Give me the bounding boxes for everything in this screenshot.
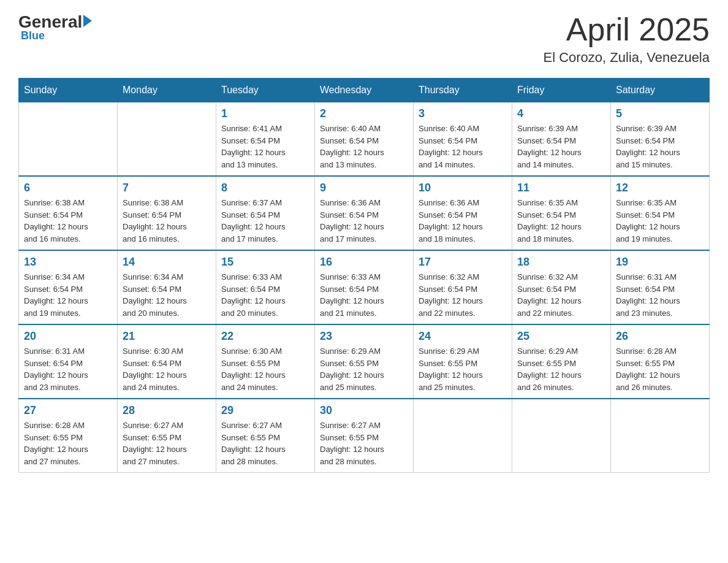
day-info: Sunrise: 6:36 AM Sunset: 6:54 PM Dayligh… — [419, 197, 507, 245]
day-info: Sunrise: 6:41 AM Sunset: 6:54 PM Dayligh… — [221, 123, 309, 170]
day-number: 22 — [221, 330, 309, 343]
day-info: Sunrise: 6:38 AM Sunset: 6:54 PM Dayligh… — [123, 197, 211, 245]
calendar-day-cell: 7Sunrise: 6:38 AM Sunset: 6:54 PM Daylig… — [118, 176, 216, 250]
day-info: Sunrise: 6:32 AM Sunset: 6:54 PM Dayligh… — [517, 271, 605, 319]
calendar-header-friday: Friday — [512, 79, 611, 102]
day-info: Sunrise: 6:30 AM Sunset: 6:54 PM Dayligh… — [123, 345, 211, 393]
day-info: Sunrise: 6:27 AM Sunset: 6:55 PM Dayligh… — [320, 419, 408, 467]
calendar-header-sunday: Sunday — [19, 79, 118, 102]
calendar-day-cell: 14Sunrise: 6:34 AM Sunset: 6:54 PM Dayli… — [118, 250, 216, 324]
day-info: Sunrise: 6:31 AM Sunset: 6:54 PM Dayligh… — [24, 345, 112, 393]
day-number: 29 — [221, 404, 309, 417]
day-number: 10 — [419, 182, 507, 194]
calendar-day-cell: 30Sunrise: 6:27 AM Sunset: 6:55 PM Dayli… — [315, 399, 414, 473]
calendar-day-cell — [611, 399, 710, 473]
day-number: 14 — [123, 256, 211, 269]
calendar-header-thursday: Thursday — [414, 79, 512, 102]
day-number: 16 — [320, 256, 408, 269]
calendar-week-row: 1Sunrise: 6:41 AM Sunset: 6:54 PM Daylig… — [19, 102, 710, 177]
calendar-day-cell: 22Sunrise: 6:30 AM Sunset: 6:55 PM Dayli… — [216, 324, 315, 399]
calendar-header-saturday: Saturday — [611, 79, 710, 102]
title-section: April 2025 El Corozo, Zulia, Venezuela — [544, 12, 710, 66]
day-info: Sunrise: 6:40 AM Sunset: 6:54 PM Dayligh… — [320, 123, 408, 170]
day-info: Sunrise: 6:32 AM Sunset: 6:54 PM Dayligh… — [419, 271, 507, 319]
calendar-day-cell: 24Sunrise: 6:29 AM Sunset: 6:55 PM Dayli… — [414, 324, 512, 399]
day-number: 25 — [517, 330, 605, 343]
day-info: Sunrise: 6:29 AM Sunset: 6:55 PM Dayligh… — [320, 345, 408, 393]
calendar-day-cell: 3Sunrise: 6:40 AM Sunset: 6:54 PM Daylig… — [414, 102, 512, 177]
day-info: Sunrise: 6:29 AM Sunset: 6:55 PM Dayligh… — [419, 345, 507, 393]
day-number: 11 — [517, 182, 605, 194]
day-number: 6 — [24, 182, 112, 194]
day-number: 8 — [221, 182, 309, 194]
day-number: 2 — [320, 107, 408, 120]
calendar-day-cell: 19Sunrise: 6:31 AM Sunset: 6:54 PM Dayli… — [611, 250, 710, 324]
calendar-day-cell: 1Sunrise: 6:41 AM Sunset: 6:54 PM Daylig… — [216, 102, 315, 177]
calendar-header-monday: Monday — [118, 79, 216, 102]
calendar-day-cell: 29Sunrise: 6:27 AM Sunset: 6:55 PM Dayli… — [216, 399, 315, 473]
day-info: Sunrise: 6:33 AM Sunset: 6:54 PM Dayligh… — [221, 271, 309, 319]
calendar-day-cell — [118, 102, 216, 177]
day-info: Sunrise: 6:33 AM Sunset: 6:54 PM Dayligh… — [320, 271, 408, 319]
calendar-day-cell: 21Sunrise: 6:30 AM Sunset: 6:54 PM Dayli… — [118, 324, 216, 399]
day-number: 1 — [221, 107, 309, 120]
day-info: Sunrise: 6:31 AM Sunset: 6:54 PM Dayligh… — [616, 271, 704, 319]
day-number: 28 — [123, 404, 211, 417]
day-number: 5 — [616, 107, 704, 120]
calendar-day-cell: 16Sunrise: 6:33 AM Sunset: 6:54 PM Dayli… — [315, 250, 414, 324]
day-info: Sunrise: 6:38 AM Sunset: 6:54 PM Dayligh… — [24, 197, 112, 245]
day-info: Sunrise: 6:28 AM Sunset: 6:55 PM Dayligh… — [24, 419, 112, 467]
calendar-day-cell — [19, 102, 118, 177]
day-number: 13 — [24, 256, 112, 269]
calendar-day-cell: 26Sunrise: 6:28 AM Sunset: 6:55 PM Dayli… — [611, 324, 710, 399]
day-number: 26 — [616, 330, 704, 343]
day-info: Sunrise: 6:35 AM Sunset: 6:54 PM Dayligh… — [517, 197, 605, 245]
location-text: El Corozo, Zulia, Venezuela — [544, 50, 710, 66]
calendar-day-cell: 23Sunrise: 6:29 AM Sunset: 6:55 PM Dayli… — [315, 324, 414, 399]
calendar-day-cell: 6Sunrise: 6:38 AM Sunset: 6:54 PM Daylig… — [19, 176, 118, 250]
calendar-day-cell: 17Sunrise: 6:32 AM Sunset: 6:54 PM Dayli… — [414, 250, 512, 324]
day-number: 24 — [419, 330, 507, 343]
page-header: General Blue April 2025 El Corozo, Zulia… — [18, 12, 710, 66]
day-number: 30 — [320, 404, 408, 417]
day-info: Sunrise: 6:39 AM Sunset: 6:54 PM Dayligh… — [616, 123, 704, 170]
day-info: Sunrise: 6:34 AM Sunset: 6:54 PM Dayligh… — [123, 271, 211, 319]
calendar-day-cell: 9Sunrise: 6:36 AM Sunset: 6:54 PM Daylig… — [315, 176, 414, 250]
calendar-day-cell: 8Sunrise: 6:37 AM Sunset: 6:54 PM Daylig… — [216, 176, 315, 250]
calendar-day-cell: 12Sunrise: 6:35 AM Sunset: 6:54 PM Dayli… — [611, 176, 710, 250]
day-number: 17 — [419, 256, 507, 269]
day-info: Sunrise: 6:30 AM Sunset: 6:55 PM Dayligh… — [221, 345, 309, 393]
calendar-week-row: 27Sunrise: 6:28 AM Sunset: 6:55 PM Dayli… — [19, 399, 710, 473]
calendar-day-cell — [414, 399, 512, 473]
calendar-day-cell: 13Sunrise: 6:34 AM Sunset: 6:54 PM Dayli… — [19, 250, 118, 324]
calendar-day-cell: 27Sunrise: 6:28 AM Sunset: 6:55 PM Dayli… — [19, 399, 118, 473]
calendar-day-cell: 15Sunrise: 6:33 AM Sunset: 6:54 PM Dayli… — [216, 250, 315, 324]
day-info: Sunrise: 6:39 AM Sunset: 6:54 PM Dayligh… — [517, 123, 605, 170]
day-number: 23 — [320, 330, 408, 343]
calendar-week-row: 13Sunrise: 6:34 AM Sunset: 6:54 PM Dayli… — [19, 250, 710, 324]
calendar-table: SundayMondayTuesdayWednesdayThursdayFrid… — [18, 78, 710, 473]
day-info: Sunrise: 6:28 AM Sunset: 6:55 PM Dayligh… — [616, 345, 704, 393]
logo-blue-text: Blue — [21, 29, 45, 42]
month-title: April 2025 — [544, 12, 710, 47]
day-info: Sunrise: 6:35 AM Sunset: 6:54 PM Dayligh… — [616, 197, 704, 245]
day-number: 21 — [123, 330, 211, 343]
calendar-day-cell: 2Sunrise: 6:40 AM Sunset: 6:54 PM Daylig… — [315, 102, 414, 177]
calendar-day-cell: 4Sunrise: 6:39 AM Sunset: 6:54 PM Daylig… — [512, 102, 611, 177]
calendar-header-wednesday: Wednesday — [315, 79, 414, 102]
calendar-day-cell: 18Sunrise: 6:32 AM Sunset: 6:54 PM Dayli… — [512, 250, 611, 324]
calendar-day-cell — [512, 399, 611, 473]
day-info: Sunrise: 6:29 AM Sunset: 6:55 PM Dayligh… — [517, 345, 605, 393]
day-info: Sunrise: 6:34 AM Sunset: 6:54 PM Dayligh… — [24, 271, 112, 319]
logo: General Blue — [18, 12, 92, 42]
day-number: 12 — [616, 182, 704, 194]
calendar-day-cell: 10Sunrise: 6:36 AM Sunset: 6:54 PM Dayli… — [414, 176, 512, 250]
day-info: Sunrise: 6:27 AM Sunset: 6:55 PM Dayligh… — [123, 419, 211, 467]
day-number: 9 — [320, 182, 408, 194]
calendar-day-cell: 28Sunrise: 6:27 AM Sunset: 6:55 PM Dayli… — [118, 399, 216, 473]
calendar-day-cell: 5Sunrise: 6:39 AM Sunset: 6:54 PM Daylig… — [611, 102, 710, 177]
calendar-header-tuesday: Tuesday — [216, 79, 315, 102]
calendar-day-cell: 11Sunrise: 6:35 AM Sunset: 6:54 PM Dayli… — [512, 176, 611, 250]
calendar-week-row: 20Sunrise: 6:31 AM Sunset: 6:54 PM Dayli… — [19, 324, 710, 399]
calendar-header-row: SundayMondayTuesdayWednesdayThursdayFrid… — [19, 79, 710, 102]
